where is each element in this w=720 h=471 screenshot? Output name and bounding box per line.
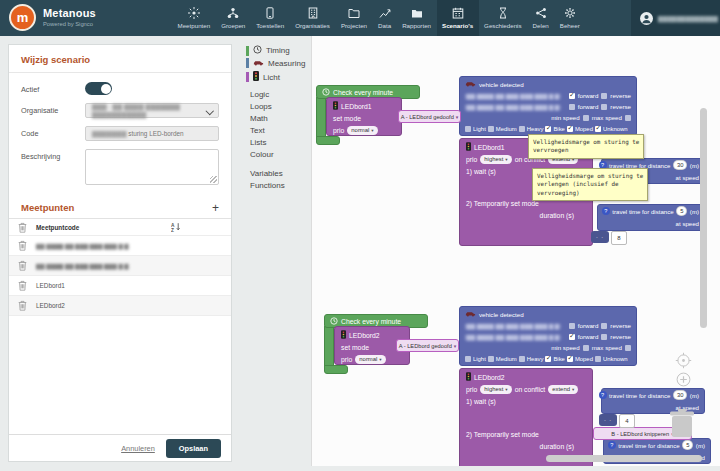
number-field[interactable]: 8 xyxy=(611,231,627,245)
checkbox-min-speed[interactable] xyxy=(583,345,589,351)
block-ledbord2-main[interactable]: LEDbord2 prio highest on conflict extend… xyxy=(459,368,593,466)
toolbox-category-logic[interactable]: Logic xyxy=(250,90,269,99)
nav-geschiedenis[interactable]: Geschiedenis xyxy=(479,0,528,36)
trash-can[interactable] xyxy=(668,407,696,443)
toolbox-category-measuring[interactable]: Measuring xyxy=(246,58,305,68)
checkbox-medium[interactable] xyxy=(488,126,494,132)
prio-dropdown[interactable]: normal xyxy=(347,126,377,135)
checkbox-reverse[interactable] xyxy=(601,93,607,99)
checkbox-moped[interactable] xyxy=(567,126,573,132)
toolbox-category-colour[interactable]: Colour xyxy=(250,150,274,159)
checkbox-bike[interactable] xyxy=(545,126,551,132)
nav-projecten[interactable]: Projecten xyxy=(335,0,372,36)
delete-row-button[interactable] xyxy=(9,260,36,271)
nav-rapporten[interactable]: Rapporten xyxy=(397,0,437,36)
toolbox-category-variables[interactable]: Variables xyxy=(250,169,283,178)
sort-icon[interactable]: AZ xyxy=(171,222,181,233)
checkbox-heavy[interactable] xyxy=(519,126,525,132)
table-row[interactable]: LEDbord1 xyxy=(9,276,231,296)
table-row[interactable]: LEDbord2 xyxy=(9,296,231,316)
zoom-reset-button[interactable] xyxy=(675,352,692,373)
checkbox-light[interactable] xyxy=(465,356,471,362)
table-row[interactable]: ▇▇ ▇▇▇▇ ▇▇ ▇▇▇ ▇▇▇ ▇▇▇ ▇ ▇ xyxy=(9,256,231,276)
distance-field[interactable]: 5 xyxy=(676,206,687,217)
distance-field[interactable]: 30 xyxy=(673,160,687,171)
checkbox-label: Unknown xyxy=(603,126,628,132)
prio-dropdown[interactable]: highest xyxy=(480,385,511,394)
checkbox-forward[interactable] xyxy=(569,104,575,110)
checkbox-moped[interactable] xyxy=(567,356,573,362)
save-button[interactable]: Opslaan xyxy=(166,439,221,458)
checkbox-unknown[interactable] xyxy=(595,356,601,362)
blockly-workspace[interactable]: Check every minute LEDbord1 set mode pri… xyxy=(311,36,720,466)
checkbox-max-speed[interactable] xyxy=(625,345,631,351)
nav-beheer[interactable]: Beheer xyxy=(554,0,585,36)
actief-toggle[interactable] xyxy=(85,82,112,95)
nav-data[interactable]: Data xyxy=(373,0,397,36)
toolbox-category-text[interactable]: Text xyxy=(250,126,265,135)
beschrijving-textarea[interactable] xyxy=(85,149,219,185)
avatar-icon xyxy=(640,12,653,25)
help-icon[interactable]: ? xyxy=(608,441,616,449)
delete-row-button[interactable] xyxy=(9,280,36,291)
toolbox-category-licht[interactable]: Licht xyxy=(246,71,280,83)
organisaties-icon xyxy=(307,7,319,19)
checkbox-unknown[interactable] xyxy=(595,126,601,132)
help-icon[interactable]: ? xyxy=(602,207,610,215)
nav-meetpunten[interactable]: Meetpunten xyxy=(172,0,216,36)
checkbox-light[interactable] xyxy=(465,126,471,132)
toolbox-category-math[interactable]: Math xyxy=(250,114,268,123)
metanous-logo[interactable]: m xyxy=(9,4,36,31)
nav-organisaties[interactable]: Organisaties xyxy=(290,0,336,36)
collapsed-block[interactable]: · · xyxy=(599,414,617,426)
checkbox-forward[interactable] xyxy=(569,334,575,340)
nav-delen[interactable]: Delen xyxy=(527,0,554,36)
checkbox-reverse[interactable] xyxy=(601,334,607,340)
mode-dropdown-block[interactable]: A - LEDbord gedoofd xyxy=(398,110,461,123)
code-input[interactable]: ▇▇▇▇▇▇▇ sturing LED-borden xyxy=(85,126,219,141)
cancel-button[interactable]: Annuleren xyxy=(121,444,155,453)
block-ledbord1-setmode[interactable]: LEDbord1 set mode prio normal xyxy=(326,97,402,136)
block-travel-time-2[interactable]: ? travel time for distance 5 (m) at spee… xyxy=(597,204,705,231)
number-field[interactable]: 4 xyxy=(619,414,635,428)
block-vehicle-detected-1[interactable]: vehicle detected [▇▇ ▇▇▇▇ ▇▇ ▇▇▇ ▇▇▇ ▇▇▇… xyxy=(459,76,637,136)
collapsed-block[interactable]: · · xyxy=(591,231,609,243)
toestellen-icon xyxy=(264,7,276,19)
checkbox-reverse[interactable] xyxy=(601,323,607,329)
prio-dropdown[interactable]: highest xyxy=(480,155,511,164)
delete-row-button[interactable] xyxy=(9,240,36,251)
add-meetpunt-button[interactable]: + xyxy=(212,203,219,213)
table-row[interactable]: ▇▇ ▇▇▇▇ ▇▇ ▇▇▇ ▇▇▇ ▇▇▇ ▇ ▇ xyxy=(9,236,231,256)
organisatie-select[interactable]: ▇▇▇ - ▇▇ ▇▇▇▇ ▇▇▇▇▇▇▇ ▇▇▇▇▇▇▇▇▇▇▇ xyxy=(85,103,219,118)
zoom-in-button[interactable] xyxy=(675,371,692,392)
code-redacted: ▇▇▇▇▇▇▇ xyxy=(92,130,126,138)
conflict-dropdown[interactable]: extend xyxy=(548,385,578,394)
nav-groepen[interactable]: Groepen xyxy=(216,0,251,36)
help-icon[interactable]: ? xyxy=(599,391,607,399)
user-menu[interactable]: ▇▇▇▇▇▇▇▇▇▇▇▇▇ xyxy=(631,0,720,36)
checkbox-max-speed[interactable] xyxy=(625,115,631,121)
resize-handle[interactable] xyxy=(210,176,217,183)
checkbox-bike[interactable] xyxy=(545,356,551,362)
toolbox-category-timing[interactable]: Timing xyxy=(246,45,290,56)
nav-toestellen[interactable]: Toestellen xyxy=(251,0,290,36)
checkbox-forward[interactable] xyxy=(569,93,575,99)
toolbox-category-loops[interactable]: Loops xyxy=(250,102,272,111)
unit-label: (m) xyxy=(690,162,699,169)
delete-row-button[interactable] xyxy=(9,300,36,311)
horizontal-scrollbar[interactable] xyxy=(546,455,702,462)
vertical-scrollbar[interactable] xyxy=(700,108,707,328)
block-vehicle-detected-2[interactable]: vehicle detected [▇▇ ▇▇▇▇ ▇▇ ▇▇▇ ▇▇▇ ▇▇▇… xyxy=(459,306,637,366)
checkbox-heavy[interactable] xyxy=(519,356,525,362)
mode-dropdown-block[interactable]: A - LEDbord gedoofd xyxy=(396,339,459,352)
nav-scenarios[interactable]: Scenario's xyxy=(437,0,479,36)
toolbox-category-lists[interactable]: Lists xyxy=(250,138,266,147)
checkbox-min-speed[interactable] xyxy=(583,115,589,121)
toolbox-category-functions[interactable]: Functions xyxy=(250,181,285,190)
checkbox-medium[interactable] xyxy=(488,356,494,362)
delete-column-header xyxy=(9,222,36,233)
checkbox-forward[interactable] xyxy=(569,323,575,329)
checkbox-reverse[interactable] xyxy=(601,104,607,110)
block-label: duration (s) xyxy=(540,212,574,219)
prio-dropdown[interactable]: normal xyxy=(355,355,385,364)
